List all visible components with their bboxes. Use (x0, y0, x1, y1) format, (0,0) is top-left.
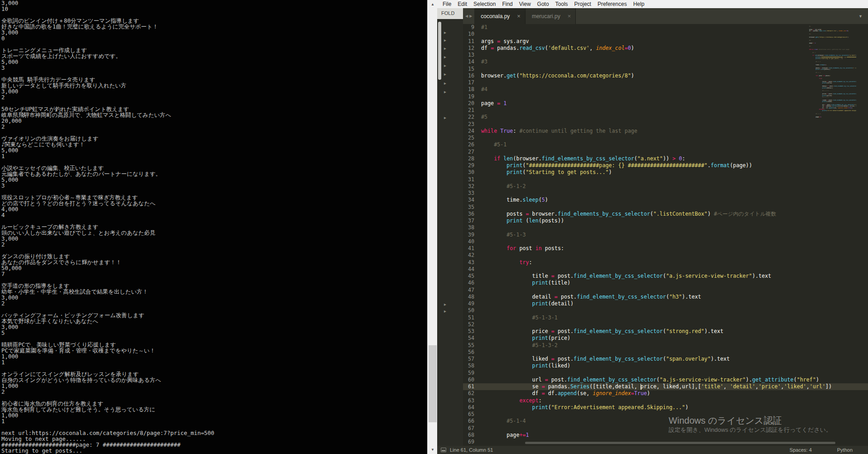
line-number: 31 (463, 176, 481, 183)
tab-merucari.py[interactable]: merucari.py× (526, 8, 576, 24)
code-line: 17 (463, 79, 868, 86)
menu-selection[interactable]: Selection (470, 1, 499, 7)
folders-panel-header: FOLD (437, 8, 463, 19)
menu-help[interactable]: Help (630, 1, 648, 7)
folder-collapse-icon[interactable]: ▸ (444, 55, 446, 59)
code-line: 9#1 (463, 24, 868, 31)
menu-tools[interactable]: Tools (552, 1, 571, 7)
tab-scroll-left-icon[interactable]: ◀ (465, 14, 468, 18)
line-number: 60 (463, 377, 481, 383)
line-number: 51 (463, 314, 481, 321)
terminal-line: 1 (1, 359, 427, 365)
code-line: 12df = pandas.read_csv('default.csv', in… (463, 45, 868, 52)
folder-collapse-icon[interactable]: ▸ (444, 302, 446, 307)
menu-preferences[interactable]: Preferences (594, 1, 630, 7)
minimap[interactable]: #1args = sys.argvdf = pandas.read_csv('d… (809, 26, 856, 120)
code-line: 64 print("Error:Advertisement appeared.S… (463, 404, 868, 411)
tab-bar: ◀ ▶ coconala.py×merucari.py× ▼ (463, 8, 868, 24)
line-number: 61 (463, 383, 481, 390)
line-number: 13 (463, 52, 481, 58)
code-editor[interactable]: 9#11011args = sys.argv12df = pandas.read… (463, 24, 868, 446)
terminal-line: 4,000 (1, 206, 427, 212)
code-line: 43 try: (463, 259, 868, 266)
line-number: 33 (463, 190, 481, 197)
folder-collapse-icon[interactable]: ▸ (444, 90, 446, 94)
code-line: 52 (463, 321, 868, 328)
code-line: 66 #5-1-4 (463, 418, 868, 425)
line-number: 14 (463, 58, 481, 65)
menu-file[interactable]: File (439, 1, 454, 7)
scroll-down-icon[interactable]: ▼ (428, 445, 438, 454)
terminal-line: 2 (1, 241, 427, 247)
line-number: 35 (463, 204, 481, 211)
menu-find[interactable]: Find (499, 1, 516, 7)
menu-goto[interactable]: Goto (534, 1, 552, 7)
code-line: 35 (463, 204, 868, 211)
code-area: 9#11011args = sys.argv12df = pandas.read… (463, 24, 868, 445)
folder-collapse-icon[interactable]: ▸ (444, 46, 446, 51)
line-number: 12 (463, 45, 481, 52)
line-number: 19 (463, 93, 481, 100)
terminal-scrollbar-thumb[interactable] (429, 345, 437, 422)
code-line: 16browser.get("https://coconala.com/cate… (463, 72, 868, 79)
indent-setting[interactable]: Spaces: 4 (790, 447, 812, 453)
terminal-window[interactable]: 3,00010 全歌詞のピンイン付け＋80分マンツーマン指導します好きな中国語の… (0, 0, 427, 454)
line-number: 10 (463, 31, 481, 38)
terminal-line: 3 (1, 65, 427, 71)
folder-collapse-icon[interactable]: ▸ (444, 38, 446, 43)
terminal-line: 3,000 (1, 88, 427, 94)
menu-edit[interactable]: Edit (454, 1, 470, 7)
folder-collapse-icon[interactable]: ▸ (444, 72, 446, 77)
line-number: 37 (463, 217, 481, 224)
code-line: 48 detail = post.find_element_by_css_sel… (463, 294, 868, 300)
code-line: 65 (463, 411, 868, 418)
line-number: 40 (463, 238, 481, 245)
code-line: 38 (463, 224, 868, 231)
tab-overflow-icon[interactable]: ▼ (858, 14, 868, 19)
terminal-line: 3,000 (1, 29, 427, 35)
tab-scroll-right-icon[interactable]: ▶ (469, 14, 472, 18)
code-line: 56 (463, 349, 868, 356)
horizontal-scrollbar[interactable] (525, 442, 835, 444)
code-line: 46 print(title) (463, 280, 868, 286)
code-line: 67 (463, 425, 868, 432)
desktop: 3,00010 全歌詞のピンイン付け＋80分マンツーマン指導します好きな中国語の… (0, 0, 868, 454)
folder-collapse-icon[interactable]: ▸ (444, 116, 446, 120)
folder-collapse-icon[interactable]: ▸ (444, 309, 446, 314)
tab-coconala.py[interactable]: coconala.py× (474, 8, 526, 24)
folder-collapse-icon[interactable]: ▸ (444, 63, 446, 68)
line-number: 55 (463, 342, 481, 349)
editor-window: FileEditSelectionFindViewGotoToolsProjec… (437, 0, 868, 454)
terminal-scrollbar[interactable]: ▲ ▼ (427, 0, 437, 454)
close-tab-icon[interactable]: × (517, 13, 521, 19)
line-number: 28 (463, 155, 481, 162)
syntax-mode[interactable]: Python (837, 447, 853, 453)
code-line: 55 #5-1-3-2 (463, 342, 868, 349)
folder-collapse-icon[interactable]: ▸ (444, 81, 446, 86)
code-line: 33 (463, 190, 868, 197)
terminal-line: 5,000 (1, 59, 427, 65)
line-number: 59 (463, 370, 481, 377)
tab-label: merucari.py (532, 13, 560, 19)
tab-strip: coconala.py×merucari.py× (474, 8, 576, 24)
code-line: 53 price = post.find_element_by_css_sele… (463, 328, 868, 335)
folder-collapse-icon[interactable]: ▸ (444, 30, 446, 35)
sidebar-scrollbar[interactable] (438, 22, 441, 80)
code-line: 40 (463, 238, 868, 245)
menu-project[interactable]: Project (571, 1, 594, 7)
scroll-up-icon[interactable]: ▲ (428, 0, 438, 9)
terminal-line: 1 (1, 418, 427, 424)
line-number: 24 (463, 128, 481, 135)
code-line: 51 #5-1-3-1 (463, 314, 868, 321)
terminal-line: 4 (1, 212, 427, 218)
menu-view[interactable]: View (516, 1, 534, 7)
terminal-line: 1,000 (1, 383, 427, 389)
line-number: 56 (463, 349, 481, 356)
code-line: 15 (463, 66, 868, 72)
close-tab-icon[interactable]: × (568, 13, 571, 19)
code-line: 23 (463, 121, 868, 128)
terminal-line: あなたの作品をダンスでさらに輝かせます！！ (1, 259, 427, 265)
code-line: 63 except: (463, 397, 868, 404)
panel-toggle-icon[interactable] (441, 448, 446, 452)
line-number: 11 (463, 38, 481, 45)
